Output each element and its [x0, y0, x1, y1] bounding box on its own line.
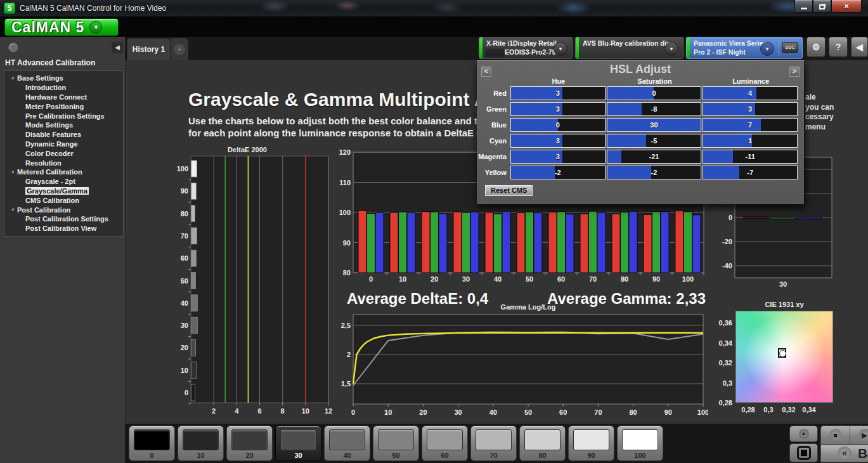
tab-history-1[interactable]: History 1: [127, 38, 171, 60]
hsl-adjust-cell[interactable]: 7: [703, 118, 798, 132]
sidebar-collapse-button[interactable]: ◀: [112, 42, 123, 53]
chevron-double-left-icon: «: [838, 447, 852, 460]
play-button[interactable]: ▶: [850, 426, 868, 445]
hsl-adjust-cell[interactable]: 3: [510, 134, 606, 148]
sidebar-item-pre-calibration-settings[interactable]: Pre Calibration Settings: [4, 111, 123, 121]
hsl-adjust-cell[interactable]: -2: [510, 166, 606, 179]
hsl-value: 4: [703, 87, 797, 100]
hsl-column-headers: HueSaturationLuminance: [510, 77, 799, 85]
sidebar-item-resolution[interactable]: Resolution: [4, 158, 123, 167]
svg-text:2,5: 2,5: [341, 322, 351, 329]
tree-expander-icon[interactable]: [11, 207, 14, 211]
hsl-adjust-cell[interactable]: 3: [510, 102, 606, 116]
chevron-down-icon[interactable]: ▼: [760, 42, 774, 56]
hsl-adjust-cell[interactable]: -8: [607, 102, 702, 116]
close-button[interactable]: ×: [831, 0, 862, 13]
logo-dropdown-icon[interactable]: ▼: [89, 21, 102, 34]
back-button[interactable]: « Back: [820, 445, 868, 462]
tree-expander-icon[interactable]: [11, 170, 14, 173]
hsl-adjust-cell[interactable]: 0: [510, 118, 606, 132]
sidebar-item-base-settings[interactable]: Base Settings: [4, 74, 123, 83]
svg-text:20: 20: [181, 344, 188, 351]
sidebar-item-metered-calibration[interactable]: Metered Calibration: [4, 167, 123, 177]
sidebar-item-grayscale-2pt[interactable]: Grayscale - 2pt: [4, 177, 123, 186]
close-icon: ×: [844, 1, 849, 11]
pattern-window-button[interactable]: [789, 443, 818, 462]
settings-button[interactable]: ⚙: [806, 37, 826, 57]
svg-text:30: 30: [779, 280, 787, 287]
ddc-icon[interactable]: DDC: [782, 42, 798, 53]
level-button-60[interactable]: 60: [422, 426, 468, 461]
popup-next-button[interactable]: >: [789, 67, 800, 77]
hsl-adjust-cell[interactable]: -21: [607, 150, 702, 164]
workflow-tree: Base SettingsIntroductionHardware Connec…: [4, 70, 124, 237]
svg-text:80: 80: [343, 269, 351, 277]
chevron-down-icon[interactable]: ▼: [554, 42, 567, 56]
source-name: AVS Blu-Ray calibration disc: [583, 39, 673, 47]
hsl-adjust-cell[interactable]: -11: [703, 150, 798, 164]
level-button-90[interactable]: 90: [568, 426, 614, 461]
add-tab-button[interactable]: +: [171, 38, 188, 60]
sidebar-item-label: Mode Settings: [25, 121, 73, 129]
sidebar-item-post-calibration[interactable]: Post Calibration: [4, 205, 123, 214]
play-icon: ▶: [858, 429, 868, 441]
level-button-20[interactable]: 20: [226, 426, 273, 461]
sidebar-item-hardware-connect[interactable]: Hardware Connect: [4, 93, 123, 102]
level-button-50[interactable]: 50: [373, 426, 419, 461]
sidebar-item-meter-positioning[interactable]: Meter Positioning: [4, 101, 123, 111]
stop-button[interactable]: ■: [820, 426, 850, 445]
hsl-row-yellow: Yellow-2-2-7: [477, 166, 799, 179]
level-button-40[interactable]: 40: [324, 426, 370, 461]
level-button-30[interactable]: 30: [275, 426, 321, 461]
source-dropdown[interactable]: AVS Blu-Ray calibration disc ▼: [575, 37, 683, 59]
svg-text:80: 80: [181, 210, 188, 218]
level-swatch: [524, 429, 560, 450]
hsl-adjust-cell[interactable]: -7: [703, 166, 798, 179]
calman-logo[interactable]: CalMAN 5 ▼: [4, 18, 119, 36]
occluded-fragment: you can: [805, 103, 834, 112]
sidebar-item-post-calibration-settings[interactable]: Post Calibration Settings: [4, 214, 123, 224]
hsl-adjust-cell[interactable]: 3: [510, 86, 606, 100]
level-button-80[interactable]: 80: [519, 426, 566, 461]
level-button-10[interactable]: 10: [178, 426, 224, 461]
hsl-adjust-cell[interactable]: 4: [703, 86, 798, 100]
pattern-window-icon: [797, 446, 811, 460]
svg-text:70: 70: [589, 275, 597, 283]
sidebar-item-cms-calibration[interactable]: CMS Calibration: [4, 195, 123, 205]
collapse-right-button[interactable]: ◀: [851, 37, 868, 57]
meter-dropdown[interactable]: X-Rite i1Display Retail EODIS3-Pro2-75 ▼: [479, 37, 573, 59]
help-button[interactable]: ?: [829, 37, 848, 57]
minimize-button[interactable]: [794, 0, 813, 13]
sidebar-item-grayscale-gamma[interactable]: Grayscale/Gamma: [4, 186, 123, 196]
hsl-adjust-cell[interactable]: -5: [607, 134, 702, 148]
level-swatch: [134, 429, 170, 450]
sidebar-item-mode-settings[interactable]: Mode Settings: [4, 121, 123, 130]
restore-button[interactable]: [813, 0, 831, 13]
sidebar-item-introduction[interactable]: Introduction: [4, 83, 123, 93]
level-button-100[interactable]: 100: [617, 426, 663, 461]
level-button-0[interactable]: 0: [129, 426, 175, 461]
hsl-adjust-cell[interactable]: 3: [510, 150, 606, 164]
level-button-70[interactable]: 70: [470, 426, 517, 461]
sidebar-item-post-calibration-view[interactable]: Post Calibration View: [4, 224, 123, 233]
chevron-down-icon[interactable]: ▼: [664, 42, 678, 56]
hsl-adjust-cell[interactable]: -2: [607, 166, 702, 179]
sidebar-item-color-decoder[interactable]: Color Decoder: [4, 148, 123, 158]
meter-status-stripe: [479, 37, 483, 58]
display-dropdown[interactable]: Panasonic Viera Series Pro 2 - ISF Night…: [686, 37, 803, 59]
sidebar-item-dynamic-range[interactable]: Dynamic Range: [4, 140, 123, 149]
hsl-adjust-cell[interactable]: 30: [607, 118, 702, 132]
titlebar[interactable]: 5 CalMAN 5 CalMAN Control for Home Video…: [0, 0, 868, 17]
hsl-adjust-cell[interactable]: 0: [607, 86, 702, 100]
workflow-radio-icon[interactable]: [8, 42, 19, 53]
display-status-stripe: [687, 37, 690, 58]
level-label: 60: [422, 452, 467, 459]
hsl-adjust-cell[interactable]: 1: [703, 134, 798, 148]
pattern-panel-collapse-button[interactable]: ▲: [789, 426, 818, 442]
reset-cms-button[interactable]: Reset CMS: [485, 185, 533, 196]
tree-expander-icon[interactable]: [11, 76, 14, 79]
sidebar-item-disable-features[interactable]: Disable Features: [4, 130, 123, 140]
hsl-adjust-cell[interactable]: 3: [703, 102, 798, 116]
meter-serial: EODIS3-Pro2-75: [505, 48, 556, 56]
cie-y-tick-label: 0,32: [711, 359, 732, 367]
